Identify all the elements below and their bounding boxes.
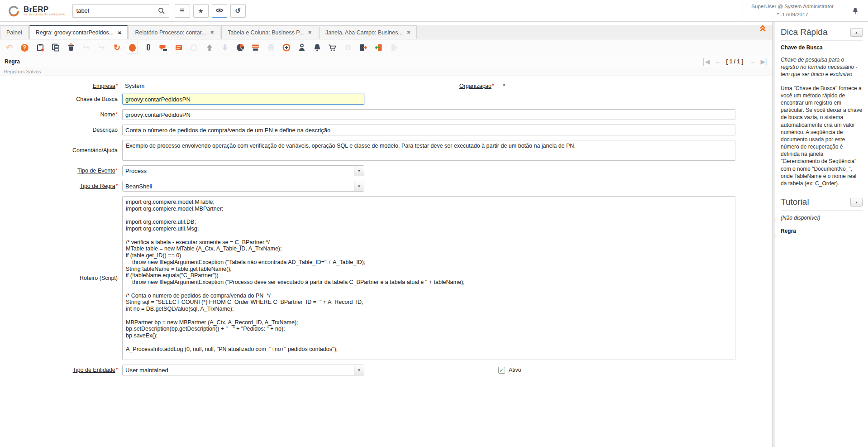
close-icon[interactable]: ✖ xyxy=(308,30,312,35)
preference-icon[interactable]: ⚙ xyxy=(342,42,353,53)
zoom-across-icon[interactable] xyxy=(281,42,292,53)
print-icon[interactable] xyxy=(265,42,277,53)
brand-tagline: SISTEMA DE GESTÃO EMPRESARIAL xyxy=(24,14,66,16)
app-header: BrERP SISTEMA DE GESTÃO EMPRESARIAL ≡ ★ … xyxy=(0,0,868,22)
tipo-de-regra-label: Tipo de Regra* xyxy=(0,183,122,189)
menu-icon: ≡ xyxy=(180,6,185,15)
sidebar-splitter[interactable]: ⋮ ⋮ xyxy=(772,22,775,447)
tipo-de-evento-select[interactable]: Process ▼ xyxy=(122,165,364,176)
next-record-icon[interactable]: → xyxy=(749,58,754,65)
descricao-input[interactable] xyxy=(122,125,735,135)
chave-de-busca-label: Chave de Busca xyxy=(0,96,122,102)
tipo-de-entidade-label: Tipo de Entidade* xyxy=(0,367,122,373)
tab-label: Janela, Aba Campo: Busines... xyxy=(325,29,403,36)
tab-bar: Painel Regra: groovy:contarPedidos... ✖ … xyxy=(0,25,772,39)
label-icon[interactable] xyxy=(173,42,184,53)
regra-form: Empresa* System Organização* * Chave de … xyxy=(0,76,772,375)
collapse-tutorial-button[interactable]: ▲ xyxy=(850,198,863,207)
dica-hint-long: Uma "Chave de Busca" fornece a você um m… xyxy=(781,85,863,187)
chave-de-busca-input[interactable] xyxy=(122,94,364,105)
new-record-icon[interactable] xyxy=(34,42,46,53)
save-create-icon[interactable]: ↪ xyxy=(96,42,107,53)
csv-import-icon[interactable] xyxy=(373,42,384,53)
detail-record-icon[interactable] xyxy=(219,42,230,53)
roteiro-script-textarea[interactable]: import org.compiere.model.MTable; import… xyxy=(122,196,735,360)
chevron-up-icon: ▲ xyxy=(855,31,858,34)
copy-record-icon[interactable] xyxy=(50,42,61,53)
tipo-de-entidade-select[interactable]: User maintained ▼ xyxy=(122,365,364,375)
last-record-icon[interactable]: ▶│ xyxy=(760,58,768,65)
tab-relatorio-processo[interactable]: Relatório Processo: contar... ✖ xyxy=(129,25,220,39)
help-sidebar: Dica Rápida ▲ Chave de Busca Chave de pe… xyxy=(775,22,868,447)
empresa-value: System xyxy=(122,82,144,89)
requery-icon[interactable]: ↻ xyxy=(111,42,123,53)
ativo-checkbox[interactable]: ✓ xyxy=(498,367,505,374)
nome-label: Nome* xyxy=(0,111,122,118)
chevron-down-icon[interactable]: ▼ xyxy=(354,166,364,176)
empresa-label: Empresa* xyxy=(0,83,122,89)
record-pager: │◀ ← [ 1 / 1 ] → ▶│ xyxy=(702,58,768,65)
splitter-grip-icon[interactable]: ⋮ xyxy=(773,220,775,223)
ativo-label: Ativo xyxy=(509,367,521,373)
tipo-de-evento-value: Process xyxy=(123,168,354,174)
nome-input[interactable] xyxy=(122,109,735,120)
dica-field-name: Chave de Busca xyxy=(781,44,863,51)
tipo-de-regra-select[interactable]: BeanShell ▼ xyxy=(122,181,364,192)
chevron-down-icon[interactable]: ▼ xyxy=(354,181,364,191)
tutorial-unavailable: (Não disponível) xyxy=(781,214,863,221)
grid-toggle-icon[interactable] xyxy=(188,42,200,53)
menu-button[interactable]: ≡ xyxy=(175,4,190,18)
tutorial-title: Tutorial xyxy=(781,197,809,207)
product-info-icon[interactable] xyxy=(327,42,338,53)
tab-regra[interactable]: Regra: groovy:contarPedidos... ✖ xyxy=(29,25,128,39)
organizacao-label[interactable]: Organização xyxy=(459,83,491,89)
delete-record-icon[interactable] xyxy=(65,42,76,53)
splitter-grip-icon[interactable]: ⋮ xyxy=(773,234,775,237)
previous-record-icon[interactable]: ← xyxy=(715,58,720,65)
organizacao-value: * xyxy=(500,82,505,89)
global-search-input[interactable] xyxy=(72,4,154,18)
search-button[interactable] xyxy=(154,4,169,18)
dica-hint-short: Chave de pesquisa para o registro no for… xyxy=(781,56,863,78)
chart-icon[interactable] xyxy=(234,42,246,53)
descricao-label: Descrição xyxy=(0,127,122,133)
views-button[interactable] xyxy=(212,4,227,18)
attachment-icon[interactable] xyxy=(142,42,153,53)
workflow-icon[interactable] xyxy=(296,42,307,53)
save-icon[interactable]: ↪ xyxy=(81,42,92,53)
brand-name: BrERP xyxy=(24,5,66,13)
chat-icon[interactable] xyxy=(157,42,169,53)
chevron-down-icon[interactable]: ▼ xyxy=(354,365,364,375)
notifications-button[interactable] xyxy=(842,0,868,22)
tab-painel[interactable]: Painel xyxy=(0,25,29,39)
file-import-icon[interactable] xyxy=(388,42,400,53)
find-icon[interactable] xyxy=(127,42,138,53)
collapse-tabs-button[interactable] xyxy=(761,28,765,33)
organizacao-field: Organização* * xyxy=(459,82,505,89)
tipo-de-regra-value: BeanShell xyxy=(123,183,354,190)
first-record-icon[interactable]: │◀ xyxy=(702,58,709,65)
parent-record-icon[interactable] xyxy=(204,42,215,53)
roteiro-script-label: Roteiro (Script) xyxy=(0,275,122,281)
tab-tabela-coluna[interactable]: Tabela e Coluna: Business P... ✖ xyxy=(221,25,318,39)
undo-icon[interactable]: ↶ xyxy=(4,42,15,53)
archive-icon[interactable] xyxy=(250,42,261,53)
favorites-button[interactable]: ★ xyxy=(193,4,209,18)
comentario-ajuda-label: Comentário/Ajuda xyxy=(0,147,122,154)
request-icon[interactable] xyxy=(311,42,323,53)
close-icon[interactable]: ✖ xyxy=(407,30,410,35)
bell-icon xyxy=(852,7,859,15)
comentario-ajuda-textarea[interactable]: Exemplo de processo envolvendo operação … xyxy=(122,140,735,161)
export-icon[interactable] xyxy=(358,42,369,53)
user-info[interactable]: SuperUser @ System Administrator * -17/0… xyxy=(743,0,842,22)
collapse-dica-button[interactable]: ▲ xyxy=(850,28,863,37)
help-icon[interactable]: ? xyxy=(19,42,30,53)
close-icon[interactable]: ✖ xyxy=(118,30,121,35)
history-icon: ↺ xyxy=(235,7,241,15)
tab-janela-aba-campo[interactable]: Janela, Aba Campo: Busines... ✖ xyxy=(319,25,417,39)
check-icon: ✓ xyxy=(499,367,504,374)
breadcrumb: Registros Salvos xyxy=(4,69,41,74)
history-button[interactable]: ↺ xyxy=(230,4,246,18)
close-icon[interactable]: ✖ xyxy=(210,30,214,35)
window-title: Regra xyxy=(5,58,20,65)
